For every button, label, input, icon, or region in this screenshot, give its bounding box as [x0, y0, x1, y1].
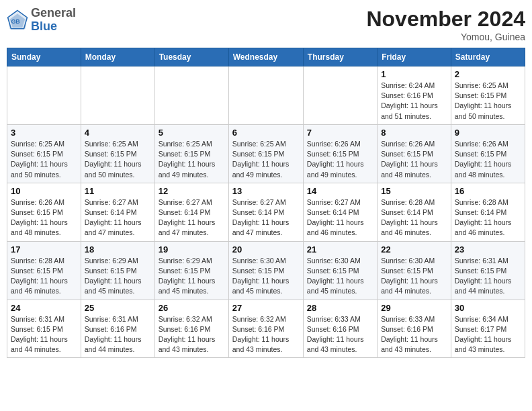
weekday-header-saturday: Saturday	[451, 48, 525, 66]
day-info: Sunrise: 6:24 AMSunset: 6:16 PMDaylight:…	[381, 81, 447, 122]
day-info: Sunrise: 6:25 AMSunset: 6:15 PMDaylight:…	[159, 139, 225, 180]
svg-text:GB: GB	[11, 18, 19, 25]
day-number: 7	[307, 128, 373, 138]
calendar-cell: 25Sunrise: 6:31 AMSunset: 6:16 PMDayligh…	[81, 300, 154, 358]
calendar-cell: 7Sunrise: 6:26 AMSunset: 6:15 PMDaylight…	[303, 124, 377, 183]
day-info: Sunrise: 6:26 AMSunset: 6:15 PMDaylight:…	[381, 139, 447, 180]
calendar-cell: 17Sunrise: 6:28 AMSunset: 6:15 PMDayligh…	[7, 241, 81, 300]
day-number: 26	[159, 303, 225, 313]
day-number: 17	[11, 244, 77, 255]
day-number: 4	[85, 128, 151, 138]
logo-text: General Blue	[31, 7, 76, 34]
day-info: Sunrise: 6:25 AMSunset: 6:15 PMDaylight:…	[11, 139, 77, 180]
calendar-cell: 16Sunrise: 6:28 AMSunset: 6:14 PMDayligh…	[451, 183, 525, 241]
day-info: Sunrise: 6:27 AMSunset: 6:14 PMDaylight:…	[307, 197, 373, 238]
calendar-cell	[228, 66, 303, 125]
calendar-cell: 26Sunrise: 6:32 AMSunset: 6:16 PMDayligh…	[154, 300, 228, 358]
day-info: Sunrise: 6:31 AMSunset: 6:15 PMDaylight:…	[11, 314, 77, 355]
day-info: Sunrise: 6:29 AMSunset: 6:15 PMDaylight:…	[159, 256, 225, 297]
weekday-header-sunday: Sunday	[7, 48, 81, 66]
day-number: 10	[11, 186, 77, 196]
day-info: Sunrise: 6:30 AMSunset: 6:15 PMDaylight:…	[381, 256, 447, 297]
calendar-cell: 10Sunrise: 6:26 AMSunset: 6:15 PMDayligh…	[7, 183, 81, 241]
calendar-cell: 22Sunrise: 6:30 AMSunset: 6:15 PMDayligh…	[378, 241, 451, 300]
calendar-cell: 29Sunrise: 6:33 AMSunset: 6:16 PMDayligh…	[378, 300, 451, 358]
day-info: Sunrise: 6:25 AMSunset: 6:15 PMDaylight:…	[232, 139, 300, 180]
day-number: 29	[381, 303, 447, 313]
calendar-cell	[81, 66, 154, 125]
calendar-cell: 1Sunrise: 6:24 AMSunset: 6:16 PMDaylight…	[378, 66, 451, 125]
day-number: 23	[455, 244, 521, 255]
logo-blue: Blue	[31, 19, 57, 33]
day-number: 28	[307, 303, 373, 313]
calendar-cell: 24Sunrise: 6:31 AMSunset: 6:15 PMDayligh…	[7, 300, 81, 358]
day-info: Sunrise: 6:34 AMSunset: 6:17 PMDaylight:…	[455, 314, 521, 355]
day-info: Sunrise: 6:27 AMSunset: 6:14 PMDaylight:…	[232, 197, 300, 238]
day-number: 5	[159, 128, 225, 138]
calendar-cell: 30Sunrise: 6:34 AMSunset: 6:17 PMDayligh…	[451, 300, 525, 358]
day-number: 25	[85, 303, 151, 313]
logo-icon: GB	[7, 9, 28, 31]
day-number: 3	[11, 128, 77, 138]
calendar-cell: 28Sunrise: 6:33 AMSunset: 6:16 PMDayligh…	[303, 300, 377, 358]
calendar-cell: 12Sunrise: 6:27 AMSunset: 6:14 PMDayligh…	[154, 183, 228, 241]
day-info: Sunrise: 6:28 AMSunset: 6:15 PMDaylight:…	[11, 256, 77, 297]
calendar-cell: 14Sunrise: 6:27 AMSunset: 6:14 PMDayligh…	[303, 183, 377, 241]
day-number: 13	[232, 186, 300, 196]
day-info: Sunrise: 6:30 AMSunset: 6:15 PMDaylight:…	[307, 256, 373, 297]
day-number: 6	[232, 128, 300, 138]
day-info: Sunrise: 6:25 AMSunset: 6:15 PMDaylight:…	[85, 139, 151, 180]
day-number: 14	[307, 186, 373, 196]
day-info: Sunrise: 6:28 AMSunset: 6:14 PMDaylight:…	[455, 197, 521, 238]
calendar-cell: 6Sunrise: 6:25 AMSunset: 6:15 PMDaylight…	[228, 124, 303, 183]
day-number: 18	[85, 244, 151, 255]
day-number: 21	[307, 244, 373, 255]
day-info: Sunrise: 6:27 AMSunset: 6:14 PMDaylight:…	[85, 197, 151, 238]
calendar-cell: 13Sunrise: 6:27 AMSunset: 6:14 PMDayligh…	[228, 183, 303, 241]
calendar-table: SundayMondayTuesdayWednesdayThursdayFrid…	[7, 48, 525, 358]
calendar-cell	[7, 66, 81, 125]
day-number: 11	[85, 186, 151, 196]
calendar-cell: 3Sunrise: 6:25 AMSunset: 6:15 PMDaylight…	[7, 124, 81, 183]
day-info: Sunrise: 6:30 AMSunset: 6:15 PMDaylight:…	[232, 256, 300, 297]
weekday-header-friday: Friday	[378, 48, 451, 66]
calendar-week-5: 24Sunrise: 6:31 AMSunset: 6:15 PMDayligh…	[7, 300, 525, 358]
calendar-cell: 15Sunrise: 6:28 AMSunset: 6:14 PMDayligh…	[378, 183, 451, 241]
day-number: 24	[11, 303, 77, 313]
day-number: 1	[381, 69, 447, 79]
day-number: 16	[455, 186, 521, 196]
month-title: November 2024	[366, 7, 525, 32]
calendar-cell: 2Sunrise: 6:25 AMSunset: 6:15 PMDaylight…	[451, 66, 525, 125]
page-header: GB General Blue November 2024 Yomou, Gui…	[7, 7, 525, 42]
logo-general: General	[31, 6, 76, 19]
day-info: Sunrise: 6:33 AMSunset: 6:16 PMDaylight:…	[381, 314, 447, 355]
weekday-header-tuesday: Tuesday	[154, 48, 228, 66]
day-info: Sunrise: 6:26 AMSunset: 6:15 PMDaylight:…	[307, 139, 373, 180]
day-info: Sunrise: 6:32 AMSunset: 6:16 PMDaylight:…	[159, 314, 225, 355]
weekday-header-wednesday: Wednesday	[228, 48, 303, 66]
day-number: 12	[159, 186, 225, 196]
day-number: 2	[455, 69, 521, 79]
logo: GB General Blue	[7, 7, 76, 34]
title-block: November 2024 Yomou, Guinea	[366, 7, 525, 42]
calendar-cell: 18Sunrise: 6:29 AMSunset: 6:15 PMDayligh…	[81, 241, 154, 300]
day-info: Sunrise: 6:26 AMSunset: 6:15 PMDaylight:…	[11, 197, 77, 238]
day-info: Sunrise: 6:29 AMSunset: 6:15 PMDaylight:…	[85, 256, 151, 297]
calendar-week-3: 10Sunrise: 6:26 AMSunset: 6:15 PMDayligh…	[7, 183, 525, 241]
day-info: Sunrise: 6:28 AMSunset: 6:14 PMDaylight:…	[381, 197, 447, 238]
calendar-cell: 4Sunrise: 6:25 AMSunset: 6:15 PMDaylight…	[81, 124, 154, 183]
weekday-header-row: SundayMondayTuesdayWednesdayThursdayFrid…	[7, 48, 525, 66]
calendar-cell: 5Sunrise: 6:25 AMSunset: 6:15 PMDaylight…	[154, 124, 228, 183]
calendar-cell: 19Sunrise: 6:29 AMSunset: 6:15 PMDayligh…	[154, 241, 228, 300]
day-info: Sunrise: 6:32 AMSunset: 6:16 PMDaylight:…	[232, 314, 300, 355]
calendar-cell: 20Sunrise: 6:30 AMSunset: 6:15 PMDayligh…	[228, 241, 303, 300]
calendar-week-1: 1Sunrise: 6:24 AMSunset: 6:16 PMDaylight…	[7, 66, 525, 125]
location: Yomou, Guinea	[366, 32, 525, 42]
day-info: Sunrise: 6:33 AMSunset: 6:16 PMDaylight:…	[307, 314, 373, 355]
day-info: Sunrise: 6:25 AMSunset: 6:15 PMDaylight:…	[455, 81, 521, 122]
day-number: 8	[381, 128, 447, 138]
calendar-cell: 9Sunrise: 6:26 AMSunset: 6:15 PMDaylight…	[451, 124, 525, 183]
day-number: 19	[159, 244, 225, 255]
calendar-cell: 8Sunrise: 6:26 AMSunset: 6:15 PMDaylight…	[378, 124, 451, 183]
day-info: Sunrise: 6:26 AMSunset: 6:15 PMDaylight:…	[455, 139, 521, 180]
